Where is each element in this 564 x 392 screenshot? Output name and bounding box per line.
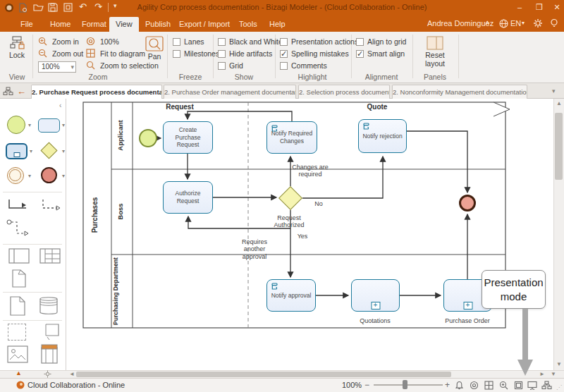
- scroll-up-icon[interactable]: ▲: [556, 100, 562, 106]
- undo-icon[interactable]: ↶: [79, 1, 87, 12]
- lock-button[interactable]: Lock: [3, 35, 31, 59]
- task-notify-rejection[interactable]: Notify rejection: [358, 119, 407, 153]
- language-dropdown-icon[interactable]: ▾: [522, 20, 525, 26]
- redo-icon[interactable]: ↷: [94, 1, 102, 12]
- palette-association[interactable]: [6, 219, 34, 240]
- end-event-dropdown-icon[interactable]: ▾: [62, 173, 65, 179]
- menu-format[interactable]: Format: [75, 17, 113, 32]
- menu-home[interactable]: Home: [44, 17, 77, 32]
- lane-label-purchasing[interactable]: Purchasing Department: [112, 256, 132, 326]
- checkbox-spelling-mistakes[interactable]: Spelling mistakes: [280, 49, 349, 59]
- gateway-dropdown-icon[interactable]: ▾: [62, 148, 65, 154]
- palette-subprocess[interactable]: [6, 143, 27, 159]
- zoom-minus-icon[interactable]: −: [364, 380, 369, 390]
- menu-publish[interactable]: Publish: [139, 17, 177, 32]
- settings-gear-icon[interactable]: [533, 18, 543, 28]
- chevron-up-icon[interactable]: ∧: [485, 19, 490, 26]
- end-event[interactable]: [459, 195, 476, 212]
- checkbox-lanes[interactable]: Lanes: [173, 37, 204, 47]
- palette-custom-artifact[interactable]: [39, 343, 59, 365]
- vertical-scroll-thumb[interactable]: [555, 113, 563, 180]
- pan-mode-icon[interactable]: [470, 381, 479, 390]
- tab-nonconformity[interactable]: 2. Nonconformity Management documentatio…: [392, 85, 527, 99]
- checkbox-milestones[interactable]: Milestones: [173, 49, 219, 59]
- menu-export-import[interactable]: Export / Import: [173, 17, 236, 32]
- task-notify-required-changes[interactable]: Notify Required Changes: [266, 121, 317, 154]
- start-event[interactable]: [139, 129, 157, 147]
- lane-label-applicant[interactable]: Applicant: [116, 107, 128, 164]
- subprocess-quotations[interactable]: +: [351, 279, 400, 312]
- zoom-plus-icon[interactable]: +: [445, 380, 450, 390]
- diagram-canvas[interactable]: Purchases Applicant Boss Purchasing Depa…: [67, 99, 553, 370]
- zoom-level-combo[interactable]: 100%: [38, 61, 76, 73]
- save-all-icon[interactable]: [63, 3, 73, 12]
- tab-purchase-order[interactable]: 2. Purchase Order management documentati…: [164, 85, 296, 99]
- palette-image[interactable]: [7, 345, 28, 363]
- palette-gateway[interactable]: [40, 142, 57, 159]
- task-notify-approval[interactable]: Notify approval: [266, 279, 316, 312]
- palette-end-event[interactable]: [41, 167, 57, 183]
- palette-intermediate-event[interactable]: [7, 167, 24, 184]
- horizontal-scroll-thumb[interactable]: [76, 372, 451, 377]
- lane-label-boss[interactable]: Boss: [116, 183, 128, 240]
- palette-milestone[interactable]: [10, 268, 28, 289]
- fit-diagram-icon[interactable]: [484, 381, 494, 390]
- checkbox-align-to-grid[interactable]: Align to grid: [356, 37, 406, 47]
- pan-button[interactable]: Pan: [143, 35, 166, 61]
- zoom-100-button[interactable]: 100%: [86, 37, 119, 47]
- palette-pool[interactable]: [8, 248, 30, 264]
- minimize-button[interactable]: –: [513, 2, 526, 13]
- task-dropdown-icon[interactable]: ▾: [62, 122, 65, 128]
- menu-help[interactable]: Help: [263, 17, 292, 32]
- palette-message-flow[interactable]: [41, 197, 63, 216]
- menu-file[interactable]: File: [14, 17, 39, 32]
- palette-sequence-flow[interactable]: [7, 197, 32, 216]
- zoom-in-button[interactable]: Zoom in: [38, 37, 79, 47]
- menu-tools[interactable]: Tools: [233, 17, 264, 32]
- checkbox-black-and-white[interactable]: Black and White: [218, 37, 283, 47]
- user-name[interactable]: Andrea Dominguez: [427, 19, 494, 27]
- tab-purchase-request[interactable]: 2. Purchase Request process documentatio…: [31, 85, 162, 99]
- palette-data-store[interactable]: [39, 295, 59, 317]
- zoom-to-selection-button[interactable]: Zoom to selection: [86, 61, 159, 71]
- palette-annotation[interactable]: [39, 323, 60, 341]
- tab-back-icon[interactable]: ←: [17, 86, 26, 97]
- globe-icon[interactable]: [499, 19, 508, 28]
- start-event-dropdown-icon[interactable]: ▾: [28, 122, 31, 128]
- reset-layout-button[interactable]: Reset layout: [417, 35, 453, 68]
- menu-view[interactable]: View: [109, 17, 139, 32]
- notifications-bell-icon[interactable]: [455, 381, 464, 390]
- milestone-request[interactable]: Request: [145, 103, 215, 111]
- checkbox-smart-align[interactable]: Smart align: [356, 49, 405, 59]
- diagram-list-icon[interactable]: [3, 87, 13, 96]
- tab-overflow-icon[interactable]: ▾: [552, 87, 556, 94]
- subprocess-dropdown-icon[interactable]: ▾: [30, 148, 32, 154]
- language-label[interactable]: EN: [510, 19, 521, 27]
- palette-lane[interactable]: [39, 248, 61, 264]
- checkbox-comments[interactable]: Comments: [280, 61, 327, 71]
- task-create-purchase-request[interactable]: Create Purchase Request: [163, 121, 213, 154]
- zoom-tool-icon[interactable]: [499, 381, 508, 390]
- scroll-down-icon[interactable]: ▼: [556, 361, 562, 367]
- save-icon[interactable]: [48, 3, 58, 12]
- hscroll-options-icon[interactable]: ▼: [551, 371, 556, 377]
- pool-label[interactable]: Purchases: [91, 173, 104, 257]
- new-document-icon[interactable]: [18, 3, 27, 13]
- zoom-slider-track[interactable]: [374, 384, 443, 386]
- milestone-quote[interactable]: Quote: [342, 103, 412, 111]
- resize-grip[interactable]: ⋰: [556, 384, 562, 391]
- checkbox-presentation-actions[interactable]: Presentation actions: [280, 37, 358, 47]
- checkbox-grid[interactable]: Grid: [218, 61, 243, 71]
- checkbox-hide-artifacts[interactable]: Hide artifacts: [218, 49, 272, 59]
- intermediate-event-dropdown-icon[interactable]: ▾: [28, 173, 31, 179]
- palette-footer-gear-icon[interactable]: [44, 370, 51, 378]
- close-button[interactable]: ✕: [551, 2, 563, 13]
- zoom-out-button[interactable]: Zoom out: [38, 49, 83, 59]
- documentation-view-icon[interactable]: [514, 381, 523, 390]
- tab-selection-process[interactable]: 2. Selection process documentation: [298, 85, 390, 99]
- palette-task[interactable]: [38, 118, 60, 133]
- presentation-mode-icon[interactable]: [527, 381, 537, 390]
- collapse-palette-icon[interactable]: ‹: [59, 102, 61, 109]
- palette-group[interactable]: [8, 324, 26, 341]
- palette-footer-arrow-icon[interactable]: ▲: [16, 369, 22, 376]
